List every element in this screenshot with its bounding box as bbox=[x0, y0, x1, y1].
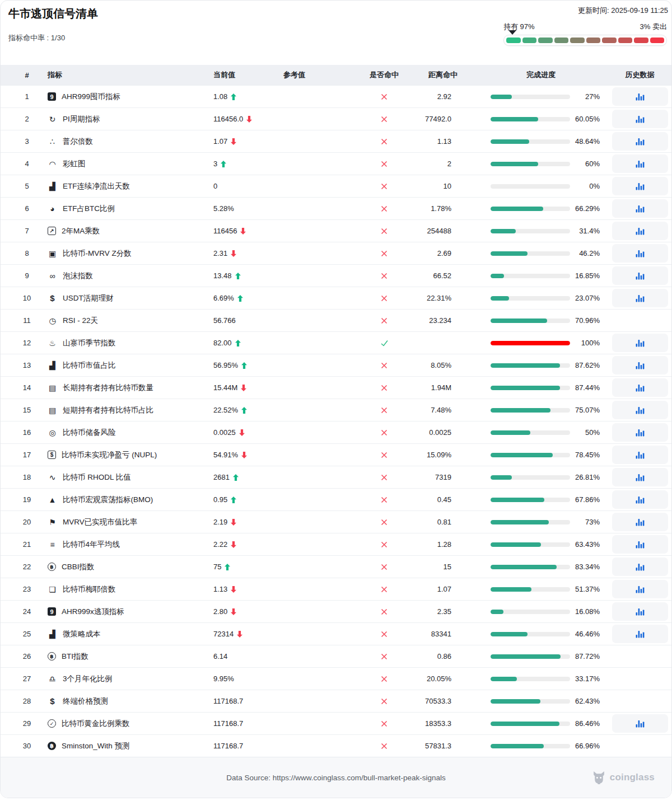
current-value: 117168.7 bbox=[213, 697, 243, 705]
hit-status bbox=[356, 697, 412, 705]
current-value: 56.95% bbox=[213, 361, 238, 369]
indicator-cell: ∿ 比特币 RHODL 比值 bbox=[40, 472, 213, 483]
bar-chart-icon bbox=[635, 406, 645, 414]
hit-cross-icon bbox=[380, 115, 388, 123]
current-value-cell: 117168.7 bbox=[213, 697, 283, 705]
progress-cell: 60.05% bbox=[474, 115, 608, 123]
history-chart-button[interactable] bbox=[612, 222, 668, 240]
history-chart-button[interactable] bbox=[612, 513, 668, 531]
current-value: 15.44M bbox=[213, 383, 237, 392]
current-value: 5.28% bbox=[213, 204, 234, 213]
distance-value: 8.05% bbox=[412, 361, 474, 369]
mvrv-z-clipboard-icon: ▣ bbox=[48, 249, 57, 258]
bull-market-peak-signals-card: 牛市逃顶信号清单 更新时间: 2025-09-19 11:25 指标命中率 : … bbox=[0, 0, 672, 798]
row-rank: 8 bbox=[1, 249, 40, 257]
history-chart-button[interactable] bbox=[612, 244, 668, 263]
history-chart-button[interactable] bbox=[612, 154, 668, 173]
history-chart-button[interactable] bbox=[612, 266, 668, 285]
current-value: 54.91% bbox=[213, 451, 238, 459]
hit-cross-icon bbox=[380, 384, 388, 392]
progress-bar bbox=[491, 274, 570, 278]
indicator-name: 比特币未实现净盈亏 (NUPL) bbox=[62, 450, 157, 460]
bar-chart-icon bbox=[635, 271, 645, 280]
history-chart-button[interactable] bbox=[612, 714, 668, 733]
hit-status bbox=[356, 541, 412, 549]
progress-percent: 87.44% bbox=[570, 383, 608, 392]
indicator-name: AHR999囤币指标 bbox=[62, 92, 120, 102]
indicator-name: 微策略成本 bbox=[63, 629, 101, 639]
indicator-cell: ≡ 比特币4年平均线 bbox=[40, 540, 213, 550]
history-chart-button[interactable] bbox=[612, 110, 668, 128]
hit-cross-icon bbox=[380, 563, 388, 571]
gauge-segment bbox=[506, 38, 521, 43]
history-chart-button[interactable] bbox=[612, 580, 668, 598]
mayer-multiple-copy-icon: ❏ bbox=[48, 584, 57, 594]
row-rank: 15 bbox=[1, 406, 40, 414]
history-chart-button[interactable] bbox=[612, 625, 668, 643]
current-value-cell: 116456 bbox=[213, 227, 283, 235]
trend-up-icon bbox=[231, 93, 236, 100]
current-value-cell: 54.91% bbox=[213, 451, 283, 459]
progress-fill bbox=[491, 207, 543, 211]
table-row: 15 ▤ 短期持有者持有比特币占比 22.52% 7.48% 75.07% bbox=[1, 399, 671, 421]
progress-fill bbox=[491, 251, 528, 256]
history-chart-button[interactable] bbox=[612, 602, 668, 621]
history-chart-button[interactable] bbox=[612, 334, 668, 352]
progress-percent: 16.85% bbox=[570, 271, 608, 280]
reserve-risk-coins-icon: ◎ bbox=[48, 428, 57, 437]
current-value: 6.14 bbox=[213, 652, 227, 661]
distance-value: 0.81 bbox=[412, 518, 474, 526]
ahr999x-icon: 9 bbox=[48, 607, 56, 616]
progress-bar bbox=[491, 520, 570, 524]
hit-status bbox=[356, 474, 412, 481]
history-chart-button[interactable] bbox=[612, 468, 668, 486]
gauge-segment bbox=[634, 38, 648, 43]
indicator-name: USDT活期理财 bbox=[63, 293, 114, 303]
history-chart-button[interactable] bbox=[612, 289, 668, 307]
nupl-dollar-badge-icon: $ bbox=[48, 451, 56, 459]
row-rank: 3 bbox=[1, 137, 40, 146]
history-chart-button[interactable] bbox=[612, 177, 668, 195]
indicator-cell: ∞ 泡沫指数 bbox=[40, 271, 213, 281]
row-rank: 2 bbox=[1, 115, 40, 123]
indicator-cell: ∴ 普尔倍数 bbox=[40, 137, 213, 147]
history-chart-button[interactable] bbox=[612, 490, 668, 509]
history-chart-button[interactable] bbox=[612, 401, 668, 419]
indicator-cell: ▟ 比特币市值占比 bbox=[40, 360, 213, 371]
current-value: 56.766 bbox=[213, 316, 236, 325]
indicator-name: 长期持有者持有比特币数量 bbox=[63, 383, 153, 393]
hit-cross-icon bbox=[380, 675, 388, 683]
col-distance: 距离命中 bbox=[412, 70, 474, 80]
history-chart-button[interactable] bbox=[612, 356, 668, 374]
current-value: 116456 bbox=[213, 227, 237, 235]
current-value-cell: 116456.0 bbox=[213, 115, 283, 123]
current-value: 13.48 bbox=[213, 271, 232, 280]
distance-value: 7319 bbox=[412, 473, 474, 481]
row-rank: 19 bbox=[1, 495, 40, 504]
progress-bar bbox=[491, 251, 570, 256]
history-chart-button[interactable] bbox=[612, 199, 668, 218]
history-chart-button[interactable] bbox=[612, 446, 668, 464]
table-row: 3 ∴ 普尔倍数 1.07 1.13 48.64% bbox=[1, 130, 671, 152]
indicator-cell: ▲ 比特币宏观震荡指标(BMO) bbox=[40, 495, 213, 505]
indicator-cell: $ USDT活期理财 bbox=[40, 293, 213, 303]
page-title: 牛市逃顶信号清单 bbox=[8, 6, 98, 21]
current-value-cell: 1.08 bbox=[213, 92, 283, 101]
progress-fill bbox=[491, 498, 544, 502]
history-chart-button[interactable] bbox=[612, 378, 668, 397]
hit-status bbox=[356, 339, 412, 347]
history-chart-button[interactable] bbox=[612, 558, 668, 576]
history-chart-button[interactable] bbox=[612, 132, 668, 151]
history-chart-button[interactable] bbox=[612, 423, 668, 442]
progress-fill bbox=[491, 139, 529, 144]
bar-chart-icon bbox=[635, 451, 645, 459]
trend-down-icon bbox=[231, 138, 236, 145]
progress-fill bbox=[491, 453, 553, 457]
bar-chart-icon bbox=[635, 249, 645, 257]
distance-value: 7.48% bbox=[412, 406, 474, 414]
history-chart-button[interactable] bbox=[612, 535, 668, 554]
history-chart-button[interactable] bbox=[612, 87, 668, 106]
indicator-name: 比特币4年平均线 bbox=[63, 540, 120, 550]
row-rank: 24 bbox=[1, 607, 40, 616]
hit-status bbox=[356, 742, 412, 750]
